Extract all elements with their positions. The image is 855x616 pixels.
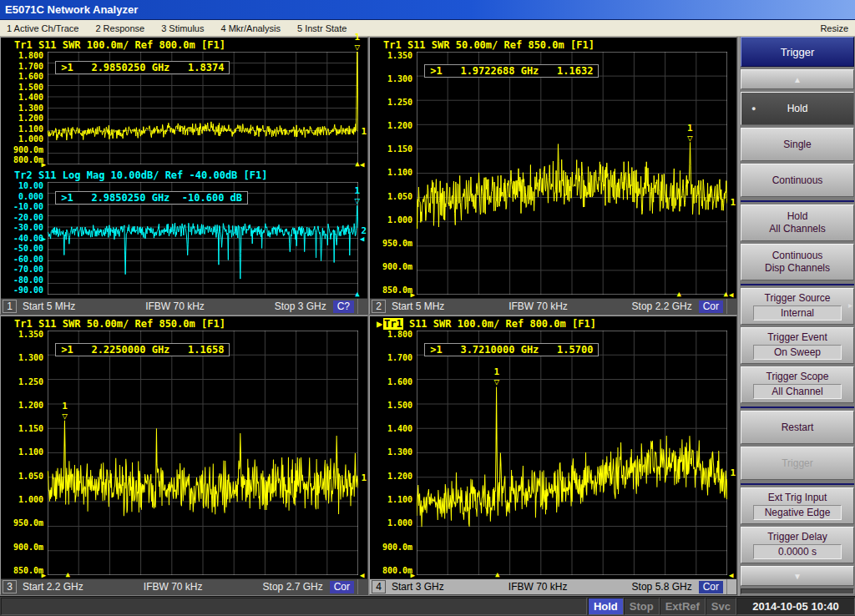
- softkey-continuous-label: Continuous: [772, 174, 823, 187]
- ref-level-arrow-icon: ◀: [729, 290, 733, 299]
- ch3-tr1-plot[interactable]: 1.3501.3001.2501.2001.1501.1001.0501.000…: [1, 331, 367, 578]
- marker-number-label: 1: [62, 401, 68, 411]
- y-axis-tick-label: 900.0m: [13, 543, 43, 552]
- menu-resize[interactable]: Resize: [820, 23, 848, 33]
- softkey-trigger-source[interactable]: Trigger Source Internal ▸: [741, 288, 854, 325]
- y-axis-tick-label: 1.300: [18, 354, 43, 362]
- ch2-tr1-header[interactable]: Tr1 S11 SWR 50.00m/ Ref 850.0m [F1]: [370, 38, 736, 52]
- softkey-hold-all-channels[interactable]: Hold All Channels: [741, 204, 854, 241]
- ref-level-arrow-icon: ◀: [729, 571, 733, 579]
- ref-level-arrow-icon: ◀: [360, 160, 364, 169]
- softkey-menu-title-label: Trigger: [781, 46, 815, 58]
- menu-active-ch-trace[interactable]: 1 Active Ch/Trace: [7, 23, 78, 33]
- softkey-single[interactable]: Single: [741, 128, 854, 161]
- softkey-scroll-down-button[interactable]: ▼: [741, 566, 854, 586]
- ifbw-value: IFBW 70 kHz: [83, 581, 263, 593]
- channel-3-panel[interactable]: Tr1 S11 SWR 50.00m/ Ref 850.0m [F1] 1.35…: [0, 316, 368, 595]
- channel-4-panel[interactable]: ▶Tr1 S11 SWR 100.0m/ Ref 800.0m [F1] 1.8…: [369, 316, 737, 595]
- y-axis-tick-label: 1.100: [387, 169, 412, 177]
- y-axis-tick-label: 1.600: [18, 73, 43, 81]
- marker-number-label: 1: [687, 124, 693, 133]
- softkey-restart[interactable]: Restart: [741, 411, 854, 444]
- marker-readout: >1 2.2250000 GHz 1.1658: [55, 343, 230, 356]
- marker-readout: >1 2.9850250 GHz -10.600 dB: [55, 191, 248, 204]
- radio-selected-icon: ●: [751, 103, 756, 115]
- menu-stimulus[interactable]: 3 Stimulus: [161, 23, 204, 33]
- softkey-single-label: Single: [783, 139, 811, 151]
- y-axis-tick-label: 1.150: [18, 425, 43, 433]
- softkey-trigger-scope[interactable]: Trigger Scope All Channel: [741, 366, 854, 403]
- plot-grid: >1 2.9850250 GHz 1.8374 ▽11▶◀▲: [48, 52, 358, 164]
- y-axis-tick-label: 800.0m: [13, 156, 43, 164]
- softkey-menu-title: Trigger: [741, 37, 854, 67]
- ch4-tr1-plot[interactable]: 1.8001.7001.6001.5001.4001.3001.2001.100…: [370, 331, 736, 578]
- trace-number-label: 1: [361, 125, 367, 136]
- marker-readout: >1 3.7210000 GHz 1.5700: [424, 343, 599, 356]
- softkey-trigger-event-label: Trigger Event: [767, 331, 827, 344]
- y-axis-tick-label: 1.000: [387, 519, 412, 528]
- softkey-hold-all-line2: All Channels: [769, 223, 825, 235]
- ref-level-arrow-icon: ▶: [42, 235, 46, 243]
- correction-badge: Cor: [330, 581, 354, 593]
- softkey-separator: [741, 199, 854, 203]
- ch4-trace1-section: ▶Tr1 S11 SWR 100.0m/ Ref 800.0m [F1] 1.8…: [370, 316, 736, 578]
- channel-1-panel[interactable]: Tr1 S11 SWR 100.0m/ Ref 800.0m [F1] 1.80…: [0, 37, 368, 315]
- y-axis-tick-label: 850.0m: [13, 567, 43, 575]
- ch1-status-bar[interactable]: 1 Start 5 MHz IFBW 70 kHz Stop 3 GHz C?: [1, 298, 367, 314]
- ch1-tr2-plot[interactable]: 10.000.000-10.00-20.00-30.00-40.00-50.00…: [1, 182, 367, 298]
- softkey-trigger-delay-value: 0.0000 s: [753, 544, 842, 559]
- y-axis-tick-label: 10.00: [18, 182, 43, 190]
- softkey-trigger-source-value: Internal: [753, 305, 842, 321]
- channel-number: 4: [372, 580, 386, 593]
- trace-params: S11 SWR 50.00m/ Ref 850.0m [F1]: [33, 318, 225, 330]
- softkey-scroll-up-button[interactable]: ▲: [741, 69, 854, 89]
- menu-response[interactable]: 2 Response: [95, 23, 144, 33]
- softkey-ext-trig-label: Ext Trig Input: [768, 492, 827, 504]
- channel-grid: Tr1 S11 SWR 100.0m/ Ref 800.0m [F1] 1.80…: [0, 37, 738, 596]
- softkey-filler: [741, 588, 854, 594]
- trace-number-label: 1: [730, 467, 736, 477]
- channel-2-panel[interactable]: Tr1 S11 SWR 50.00m/ Ref 850.0m [F1] 1.35…: [369, 37, 737, 315]
- stop-frequency: Stop 3 GHz: [275, 300, 326, 312]
- y-axis-tick-label: 1.800: [18, 52, 43, 60]
- ch3-tr1-header[interactable]: Tr1 S11 SWR 50.00m/ Ref 850.0m [F1]: [1, 316, 367, 331]
- softkey-trigger-event[interactable]: Trigger Event On Sweep: [741, 327, 854, 364]
- marker-number-label: 1: [493, 368, 499, 377]
- stimulus-marker-icon: ▲: [65, 570, 69, 578]
- softkey-trigger-delay-label: Trigger Delay: [767, 531, 827, 543]
- correction-badge: C?: [333, 300, 354, 313]
- stop-frequency: Stop 2.7 GHz: [263, 581, 323, 593]
- trace-params: S11 SWR 100.0m/ Ref 800.0m [F1]: [33, 39, 225, 51]
- stop-frequency: Stop 2.2 GHz: [632, 300, 692, 312]
- ch1-tr1-plot[interactable]: 1.8001.7001.6001.5001.4001.3001.2001.100…: [1, 52, 367, 168]
- softkey-hold[interactable]: ● Hold: [741, 92, 854, 125]
- y-axis-tick-label: 1.200: [18, 401, 43, 410]
- ifbw-value: IFBW 70 kHz: [444, 581, 632, 593]
- y-axis-tick-label: -60.00: [13, 255, 43, 264]
- y-axis-tick-label: 1.350: [18, 331, 43, 339]
- ch1-tr1-header[interactable]: Tr1 S11 SWR 100.0m/ Ref 800.0m [F1]: [1, 38, 367, 52]
- active-trace-arrow-icon: ▶: [377, 318, 383, 330]
- softkey-continuous-disp-channels[interactable]: Continuous Disp Channels: [741, 244, 854, 280]
- window-title: E5071C Network Analyzer: [5, 3, 138, 16]
- y-axis-tick-label: 900.0m: [382, 263, 412, 271]
- status-endcap: [357, 299, 367, 314]
- menu-instr-state[interactable]: 5 Instr State: [297, 23, 347, 33]
- softkey-continuous[interactable]: Continuous: [741, 164, 854, 197]
- softkey-restart-label: Restart: [782, 422, 814, 434]
- menu-mkr-analysis[interactable]: 4 Mkr/Analysis: [220, 23, 281, 33]
- ch1-tr2-header[interactable]: Tr2 S11 Log Mag 10.00dB/ Ref -40.00dB [F…: [1, 168, 367, 182]
- stop-frequency: Stop 5.8 GHz: [632, 581, 692, 593]
- stimulus-marker-icon: ▲: [355, 290, 359, 298]
- softkey-ext-trig-input[interactable]: Ext Trig Input Negative Edge: [741, 487, 854, 524]
- ch2-status-bar[interactable]: 2 Start 5 MHz IFBW 70 kHz Stop 2.2 GHz C…: [370, 298, 736, 314]
- ch3-status-bar[interactable]: 3 Start 2.2 GHz IFBW 70 kHz Stop 2.7 GHz…: [1, 578, 367, 594]
- ch2-tr1-plot[interactable]: 1.3501.3001.2501.2001.1501.1001.0501.000…: [370, 52, 736, 298]
- main-area: Tr1 S11 SWR 100.0m/ Ref 800.0m [F1] 1.80…: [0, 37, 855, 596]
- softkey-trigger-delay[interactable]: Trigger Delay 0.0000 s: [741, 527, 854, 563]
- ch4-tr1-header[interactable]: ▶Tr1 S11 SWR 100.0m/ Ref 800.0m [F1]: [370, 316, 736, 331]
- y-axis-tick-label: 1.200: [387, 122, 412, 130]
- ch4-status-bar[interactable]: 4 Start 3 GHz IFBW 70 kHz Stop 5.8 GHz C…: [370, 578, 736, 594]
- y-axis-tick-label: -30.00: [13, 224, 43, 232]
- ref-level-arrow-icon: ▶: [42, 160, 46, 169]
